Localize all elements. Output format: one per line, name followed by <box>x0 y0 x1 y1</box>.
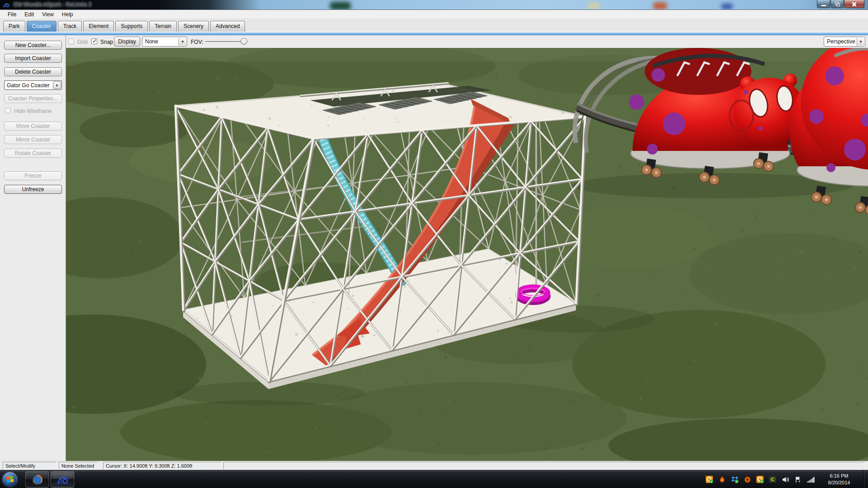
window-title: Old Woodie.nl2park - NoLimits 2 <box>14 1 92 8</box>
viewport-toolbar: Grid ✓ Snap Display None ▼ FOV: Perspect… <box>66 35 868 48</box>
status-bar: Select/Modify None Selected Cursor: X: 1… <box>0 461 868 470</box>
minimize-button[interactable] <box>817 0 830 8</box>
taskbar: 6:16 PM 8/20/2014 <box>0 470 868 488</box>
status-cursor-coords: Cursor: X: 14.900ft Y: 9.300ft Z: 1.600f… <box>103 462 222 469</box>
desktop-glass-blob <box>330 2 351 10</box>
desktop-glass-blob <box>721 4 733 9</box>
chevron-down-icon: ▼ <box>53 81 61 89</box>
view-mode-dropdown[interactable]: Perspective ▼ <box>824 37 865 47</box>
show-desktop-button[interactable] <box>863 470 868 488</box>
firefox-icon <box>32 474 43 486</box>
close-button[interactable] <box>844 0 864 8</box>
menu-view[interactable]: View <box>38 10 58 19</box>
delete-coaster-button[interactable]: Delete Coaster <box>4 67 62 76</box>
menu-bar: File Edit View Help <box>0 10 868 19</box>
rotate-coaster-button[interactable]: Rotate Coaster <box>4 149 62 158</box>
grid-label: Grid <box>77 39 88 45</box>
network-bars-icon[interactable] <box>807 476 815 483</box>
app-icon <box>3 1 10 9</box>
restore-button[interactable] <box>830 0 844 8</box>
chevron-down-icon: ▼ <box>179 38 186 46</box>
tab-accent-bar <box>0 32 868 35</box>
menu-file[interactable]: File <box>4 10 20 19</box>
coaster-properties-button[interactable]: Coaster Properties... <box>4 94 62 103</box>
taskbar-clock[interactable]: 6:16 PM 8/20/2014 <box>818 473 860 486</box>
volume-icon[interactable] <box>782 476 789 483</box>
status-mode: Select/Modify <box>3 462 57 469</box>
display-mode-dropdown[interactable]: None ▼ <box>142 37 187 47</box>
tab-supports[interactable]: Supports <box>115 21 148 32</box>
hide-wireframe-label: Hide Wireframe <box>14 108 52 114</box>
tab-advanced[interactable]: Advanced <box>210 21 245 32</box>
nolimits-icon <box>57 474 69 486</box>
system-tray <box>706 470 815 488</box>
menu-edit[interactable]: Edit <box>20 10 38 19</box>
start-button[interactable] <box>3 472 17 487</box>
desktop-glass-blob <box>653 2 667 9</box>
tab-track[interactable]: Track <box>58 21 82 32</box>
clock-date: 8/20/2014 <box>818 479 860 486</box>
sync-app-icon-2[interactable] <box>756 476 764 483</box>
title-bar: Old Woodie.nl2park - NoLimits 2 <box>0 0 868 10</box>
chevron-down-icon: ▼ <box>857 38 864 46</box>
status-selection: None Selected <box>59 462 99 469</box>
flame-icon[interactable] <box>718 476 726 483</box>
tab-scenery[interactable]: Scenery <box>178 21 209 32</box>
tab-terrain[interactable]: Terrain <box>149 21 177 32</box>
taskbar-nolimits-button[interactable] <box>51 471 74 488</box>
snap-checkbox[interactable]: ✓ <box>91 38 97 44</box>
tab-park[interactable]: Park <box>3 21 25 32</box>
move-coaster-button[interactable]: Move Coaster <box>4 122 62 131</box>
action-center-flag-icon[interactable] <box>794 476 802 483</box>
snap-label: Snap <box>100 39 113 45</box>
taskbar-firefox-button[interactable] <box>25 471 49 488</box>
windows-logo-icon <box>6 476 14 483</box>
status-spacer <box>223 462 865 469</box>
menu-help[interactable]: Help <box>58 10 77 19</box>
nolimits2-window: Old Woodie.nl2park - NoLimits 2 File Edi… <box>0 0 868 488</box>
grid-checkbox[interactable] <box>68 38 74 44</box>
display-button[interactable]: Display <box>114 37 140 47</box>
tab-coaster[interactable]: Coaster <box>27 21 57 32</box>
import-coaster-button[interactable]: Import Coaster <box>4 54 62 63</box>
coaster-sidebar: New Coaster... Import Coaster Delete Coa… <box>0 35 66 461</box>
tab-element[interactable]: Element <box>83 21 114 32</box>
nvidia-icon[interactable] <box>769 476 777 483</box>
clock-time: 6:16 PM <box>818 473 860 479</box>
fov-slider-thumb[interactable] <box>241 38 247 45</box>
hide-wireframe-checkbox[interactable] <box>5 108 11 113</box>
coaster-select-dropdown[interactable]: Gator Go Coaster ▼ <box>4 80 62 90</box>
tab-bar: Park Coaster Track Element Supports Terr… <box>0 19 868 32</box>
mirror-coaster-button[interactable]: Mirror Coaster <box>4 135 62 144</box>
viewport[interactable] <box>66 48 868 461</box>
sync-app-icon[interactable] <box>706 476 713 483</box>
dropbox-icon[interactable] <box>731 476 739 483</box>
locator-icon[interactable] <box>744 476 751 483</box>
fov-label: FOV: <box>191 39 203 45</box>
freeze-button[interactable]: Freeze <box>4 171 62 180</box>
viewport-3d-scene <box>66 48 868 461</box>
fov-slider[interactable] <box>205 41 247 42</box>
desktop-glass-blob <box>588 3 599 9</box>
new-coaster-button[interactable]: New Coaster... <box>4 41 62 50</box>
unfreeze-button[interactable]: Unfreeze <box>4 185 62 194</box>
